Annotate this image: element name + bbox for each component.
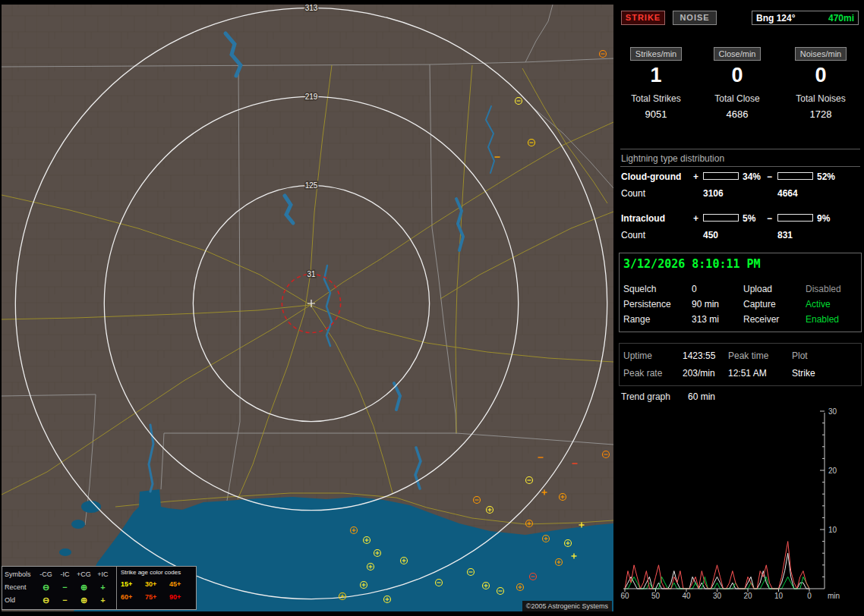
range-label: Range xyxy=(623,314,650,325)
receiver-label: Receiver xyxy=(743,314,779,325)
neg-cg-recent-icon: ⊖ xyxy=(36,583,55,592)
age-code-75+: 75+ xyxy=(145,594,169,601)
bearing-readout: Bng 124° 470mi xyxy=(752,11,859,25)
legend-col-pos-ic: +IC xyxy=(93,571,112,578)
close-per-min-button[interactable]: Close/min xyxy=(714,47,762,61)
status-row: Peak rate 203/min 12:51 AM Strike xyxy=(623,368,857,380)
pos-ic-old-icon: + xyxy=(93,596,112,605)
strikes-rate-column: Strikes/min 1 Total Strikes 9051 xyxy=(618,47,694,120)
lightning-map[interactable]: 31321912531 Symbols -CG -IC +CG +IC Rece… xyxy=(2,5,613,611)
neg-ic-recent-icon: − xyxy=(55,583,74,592)
total-noises-label: Total Noises xyxy=(783,93,859,104)
strikes-per-min-value: 1 xyxy=(618,64,694,87)
upload-status: Disabled xyxy=(806,284,841,294)
ring-label-219: 219 xyxy=(305,93,318,101)
trend-x-tick-label: 30 xyxy=(713,592,722,600)
trend-x-tick-label: 20 xyxy=(743,592,752,600)
cg-positive-count: 3106 xyxy=(703,188,724,199)
persistence-value: 90 min xyxy=(692,299,719,310)
trend-window-value: 60 min xyxy=(688,391,715,402)
separator xyxy=(620,149,860,149)
legend-symbols-block: Symbols -CG -IC +CG +IC Recent ⊖ − ⊕ + O… xyxy=(2,567,117,609)
peak-time-value: 12:51 AM xyxy=(728,368,767,379)
plus-sign: + xyxy=(693,213,698,224)
uptime-value: 1423:55 xyxy=(683,350,715,361)
strikes-per-min-button[interactable]: Strikes/min xyxy=(630,47,682,61)
count-label: Count xyxy=(621,230,645,240)
range-value: 313 mi xyxy=(692,314,719,325)
ic-negative-count: 831 xyxy=(777,230,793,240)
legend-recent-label: Recent xyxy=(5,584,36,591)
age-code-45+: 45+ xyxy=(169,581,194,588)
capture-status: Active xyxy=(806,299,831,310)
trend-x-tick-label: 40 xyxy=(682,592,691,600)
pos-cg-recent-icon: ⊕ xyxy=(74,583,93,592)
cg-negative-count: 4664 xyxy=(777,188,798,199)
cloud-ground-count-row: Count 3106 4664 xyxy=(621,188,862,199)
uptime-box: Uptime 1423:55 Peak time Plot Peak rate … xyxy=(619,343,862,386)
cg-positive-pct: 34% xyxy=(743,171,761,182)
peak-rate-value: 203/min xyxy=(683,368,715,379)
trend-x-unit-label: min xyxy=(828,592,840,600)
trend-x-tick-label: 50 xyxy=(651,592,661,600)
trend-y-tick-label: 30 xyxy=(828,407,837,416)
settings-row: Range 313 mi Receiver Enabled xyxy=(623,314,857,326)
pos-cg-old-icon: ⊕ xyxy=(74,596,93,605)
total-close-label: Total Close xyxy=(699,93,775,104)
ic-positive-pct: 5% xyxy=(743,213,755,224)
trend-graph-label: Trend graph xyxy=(621,391,670,402)
legend-old-label: Old xyxy=(5,597,36,604)
noises-per-min-button[interactable]: Noises/min xyxy=(795,47,847,61)
legend-recent-row: Recent ⊖ − ⊕ + xyxy=(5,581,116,594)
ring-label-31: 31 xyxy=(307,270,316,278)
minus-sign: − xyxy=(767,171,772,182)
legend-age-block: Strike age color codes 15+30+45+ 60+75+9… xyxy=(117,567,196,609)
trend-x-tick-label: 10 xyxy=(774,592,784,600)
age-code-60+: 60+ xyxy=(121,594,145,601)
legend-old-row: Old ⊖ − ⊕ + xyxy=(5,594,116,607)
receiver-status: Enabled xyxy=(806,314,839,325)
intracloud-row: Intracloud + 5% − 9% xyxy=(621,213,862,224)
uptime-label: Uptime xyxy=(623,350,652,361)
squelch-value: 0 xyxy=(692,284,697,294)
clock-settings-box: 3/12/2026 8:10:11 PM Squelch 0 Upload Di… xyxy=(619,253,862,332)
squelch-label: Squelch xyxy=(623,284,656,294)
trend-graph: 1020306050403020100min xyxy=(616,402,864,607)
total-close-value: 4686 xyxy=(699,108,775,120)
settings-row: Persistence 90 min Capture Active xyxy=(623,299,857,311)
trend-x-tick-label: 0 xyxy=(807,592,812,600)
clock-readout: 3/12/2026 8:10:11 PM xyxy=(623,257,761,271)
persistence-label: Persistence xyxy=(623,299,671,310)
legend-age-header: Strike age color codes xyxy=(121,568,194,578)
noises-per-min-value: 0 xyxy=(783,64,859,87)
status-row: Uptime 1423:55 Peak time Plot xyxy=(623,350,857,363)
neg-ic-old-icon: − xyxy=(55,596,74,605)
ic-positive-count: 450 xyxy=(703,230,718,240)
bearing-distance: 470mi xyxy=(828,13,854,24)
age-code-30+: 30+ xyxy=(145,581,169,588)
ic-negative-bar xyxy=(777,214,813,222)
legend-col-neg-cg: -CG xyxy=(36,571,55,578)
plot-label: Plot xyxy=(792,350,808,361)
legend-col-pos-cg: +CG xyxy=(74,571,93,578)
total-strikes-label: Total Strikes xyxy=(618,93,694,104)
close-per-min-value: 0 xyxy=(699,64,775,87)
ic-negative-pct: 9% xyxy=(817,213,830,224)
legend-header-row: Symbols -CG -IC +CG +IC xyxy=(5,568,116,581)
minus-sign: − xyxy=(767,213,772,224)
cg-negative-pct: 52% xyxy=(817,171,835,182)
copyright-notice: ©2005 Astrogenic Systems xyxy=(522,601,612,611)
pos-ic-recent-icon: + xyxy=(93,583,112,592)
noise-button[interactable]: NOISE xyxy=(673,11,717,25)
count-label: Count xyxy=(621,188,645,199)
distribution-title: Lightning type distribution xyxy=(621,153,724,164)
trend-y-tick-label: 10 xyxy=(828,526,837,534)
trend-x-tick-label: 60 xyxy=(620,592,629,600)
close-rate-column: Close/min 0 Total Close 4686 xyxy=(699,47,775,120)
ic-positive-bar xyxy=(703,214,739,222)
cloud-ground-row: Cloud-ground + 34% − 52% xyxy=(621,171,862,182)
strike-button[interactable]: STRIKE xyxy=(621,11,665,25)
settings-row: Squelch 0 Upload Disabled xyxy=(623,284,857,296)
upload-label: Upload xyxy=(743,284,772,294)
separator xyxy=(620,166,860,167)
